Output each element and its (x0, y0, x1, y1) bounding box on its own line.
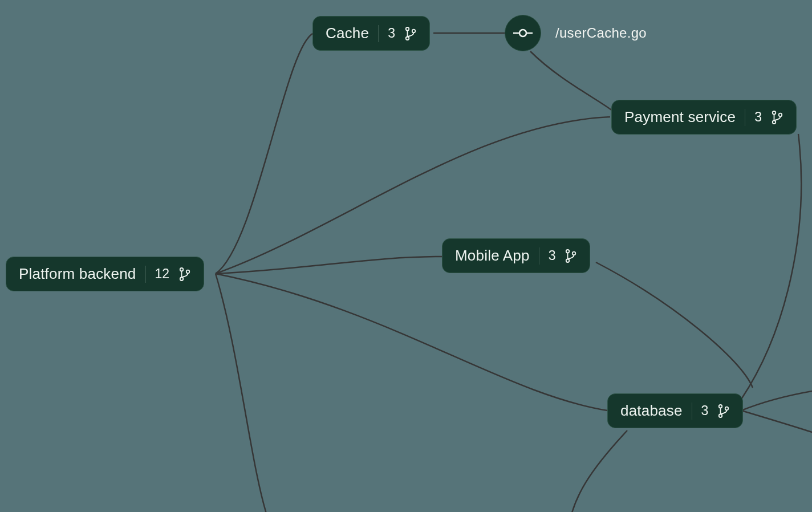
git-branch-icon (717, 404, 730, 418)
divider (745, 109, 745, 126)
divider (692, 403, 692, 420)
node-database[interactable]: database 3 (607, 393, 743, 428)
git-branch-icon (178, 267, 191, 282)
divider (539, 247, 539, 265)
svg-point-9 (773, 111, 776, 115)
svg-point-17 (725, 407, 729, 410)
branch-count: 3 (701, 403, 709, 418)
git-commit-icon (513, 27, 533, 39)
svg-point-2 (186, 270, 190, 273)
file-path-label: /userCache.go (555, 25, 647, 41)
svg-point-12 (566, 250, 570, 253)
branch-count: 12 (155, 266, 170, 282)
svg-point-15 (719, 405, 722, 408)
svg-point-6 (519, 30, 526, 36)
divider (145, 266, 146, 283)
svg-point-5 (412, 29, 416, 32)
divider (378, 25, 379, 42)
svg-point-14 (573, 251, 576, 255)
node-label: Platform backend (19, 265, 136, 283)
git-branch-icon (771, 110, 783, 125)
node-label: Payment service (624, 108, 736, 126)
branch-count: 3 (388, 26, 395, 41)
node-label: database (620, 402, 683, 420)
svg-point-1 (180, 277, 184, 281)
graph-canvas[interactable]: Platform backend 12 Cache 3 /userC (0, 0, 812, 512)
node-platform-backend[interactable]: Platform backend 12 (6, 257, 204, 291)
branch-count: 3 (549, 248, 556, 263)
node-payment-service[interactable]: Payment service 3 (611, 100, 797, 135)
node-label: Cache (326, 25, 369, 42)
git-branch-icon (565, 249, 577, 263)
svg-point-0 (180, 268, 184, 271)
node-mobile-app[interactable]: Mobile App 3 (442, 238, 590, 273)
svg-point-3 (406, 27, 409, 31)
svg-point-10 (773, 120, 776, 124)
svg-point-11 (779, 113, 782, 116)
branch-count: 3 (754, 109, 762, 125)
svg-point-4 (406, 36, 409, 40)
svg-point-16 (719, 414, 722, 417)
edges-layer (0, 0, 812, 512)
commit-node[interactable] (505, 15, 541, 51)
svg-point-13 (566, 259, 570, 262)
node-label: Mobile App (455, 247, 530, 265)
git-branch-icon (404, 26, 417, 41)
node-cache[interactable]: Cache 3 (312, 16, 430, 51)
